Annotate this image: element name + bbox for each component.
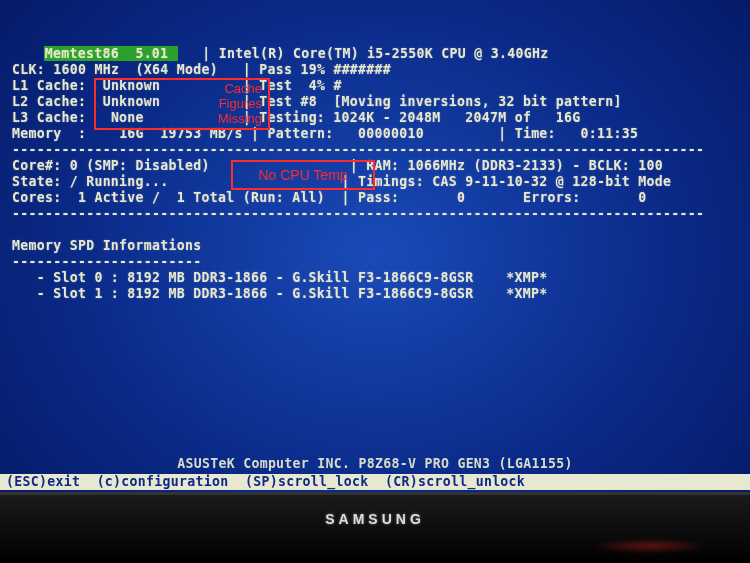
row-cores: Cores: 1 Active / 1 Total (Run: All) | P… xyxy=(12,190,732,206)
monitor-brand: SAMSUNG xyxy=(325,511,425,527)
annotation-label: No CPU Temp xyxy=(258,168,347,182)
spd-heading: Memory SPD Informations xyxy=(12,238,732,254)
motherboard-line: ASUSTeK Computer INC. P8Z68-V PRO GEN3 (… xyxy=(0,456,750,472)
separator: ----------------------------------------… xyxy=(12,206,732,222)
separator: ----------------------------------------… xyxy=(12,142,732,158)
spd-slot1: - Slot 1 : 8192 MB DDR3-1866 - G.Skill F… xyxy=(12,286,732,302)
annotation-label: Cache xyxy=(224,82,262,96)
memtest86-screen: { "title": { "name": "Memtest86", "versi… xyxy=(0,0,750,563)
monitor-bezel: SAMSUNG xyxy=(0,492,750,563)
annotation-cache-box: Cache Figures Missing xyxy=(94,78,270,130)
spd-slot0: - Slot 0 : 8192 MB DDR3-1866 - G.Skill F… xyxy=(12,270,732,286)
row-title: Memtest86 5.01 | Intel(R) Core(TM) i5-25… xyxy=(12,46,732,62)
indicator-glow xyxy=(590,539,710,553)
row-clk: CLK: 1600 MHz (X64 Mode) | Pass 19% ####… xyxy=(12,62,732,78)
annotation-label: Figures xyxy=(219,97,262,111)
annotation-label: Missing xyxy=(218,112,262,126)
annotation-temp-box: No CPU Temp xyxy=(231,160,375,190)
separator-short: ----------------------- xyxy=(12,254,732,270)
command-bar[interactable]: (ESC)exit (c)configuration (SP)scroll_lo… xyxy=(0,474,750,490)
